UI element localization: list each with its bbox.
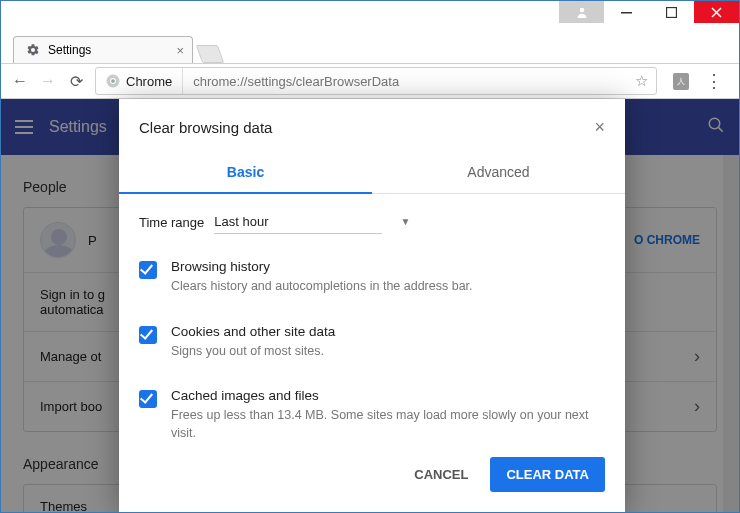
time-range-select[interactable]	[214, 210, 382, 234]
window-maximize-button[interactable]	[649, 1, 694, 23]
option-cache[interactable]: Cached images and files Frees up less th…	[139, 374, 605, 443]
new-tab-button[interactable]	[196, 45, 225, 63]
checkbox-browsing-history[interactable]	[139, 261, 157, 279]
window-titlebar	[1, 1, 739, 31]
clear-browsing-data-dialog: Clear browsing data × Basic Advanced Tim…	[119, 99, 625, 512]
pdf-icon[interactable]: 人	[673, 73, 689, 90]
clear-data-button[interactable]: CLEAR DATA	[490, 457, 605, 492]
dialog-header: Clear browsing data ×	[119, 99, 625, 142]
checkbox-cache[interactable]	[139, 390, 157, 408]
chevron-down-icon: ▼	[400, 216, 410, 227]
gear-icon	[26, 43, 40, 57]
dialog-title: Clear browsing data	[139, 119, 272, 136]
forward-button: →	[39, 72, 57, 90]
bookmark-star-icon[interactable]: ☆	[627, 72, 656, 90]
reload-button[interactable]: ⟳	[67, 72, 85, 91]
window-user-button[interactable]	[559, 1, 604, 23]
dialog-footer: CANCEL CLEAR DATA	[119, 443, 625, 512]
dialog-body: Time range ▼ Browsing history Clears his…	[119, 194, 625, 443]
url-scheme-chip: Chrome	[96, 68, 183, 94]
omnibox[interactable]: Chrome chrome://settings/clearBrowserDat…	[95, 67, 657, 95]
option-desc: Signs you out of most sites.	[171, 343, 335, 361]
option-title: Cookies and other site data	[171, 324, 335, 339]
browser-menu-button[interactable]: ⋮	[699, 70, 729, 92]
dialog-close-button[interactable]: ×	[594, 117, 605, 138]
time-range-label: Time range	[139, 215, 204, 230]
url-text: chrome://settings/clearBrowserData	[183, 74, 627, 89]
dialog-tabs: Basic Advanced	[119, 152, 625, 194]
cancel-button[interactable]: CANCEL	[402, 457, 480, 492]
tab-basic[interactable]: Basic	[119, 152, 372, 194]
svg-point-0	[579, 8, 584, 13]
toolbar: ← → ⟳ Chrome chrome://settings/clearBrow…	[1, 63, 739, 99]
svg-point-5	[111, 79, 115, 83]
option-browsing-history[interactable]: Browsing history Clears history and auto…	[139, 245, 605, 310]
checkbox-cookies[interactable]	[139, 326, 157, 344]
tab-title: Settings	[48, 43, 91, 57]
tab-advanced[interactable]: Advanced	[372, 152, 625, 194]
window-close-button[interactable]	[694, 1, 739, 23]
back-button[interactable]: ←	[11, 72, 29, 90]
chrome-logo-icon	[106, 74, 120, 88]
option-cookies[interactable]: Cookies and other site data Signs you ou…	[139, 310, 605, 375]
option-desc: Frees up less than 13.4 MB. Some sites m…	[171, 407, 605, 442]
svg-rect-1	[621, 12, 632, 14]
tab-settings[interactable]: Settings ×	[13, 36, 193, 63]
option-desc: Clears history and autocompletions in th…	[171, 278, 473, 296]
window-minimize-button[interactable]	[604, 1, 649, 23]
option-title: Browsing history	[171, 259, 473, 274]
time-range-row: Time range ▼	[139, 210, 605, 245]
svg-rect-2	[667, 7, 677, 17]
tab-close-icon[interactable]: ×	[176, 43, 184, 58]
tab-strip: Settings ×	[1, 31, 739, 63]
page-content: Settings People P O CHROME Sign in to g …	[1, 99, 739, 512]
option-title: Cached images and files	[171, 388, 605, 403]
